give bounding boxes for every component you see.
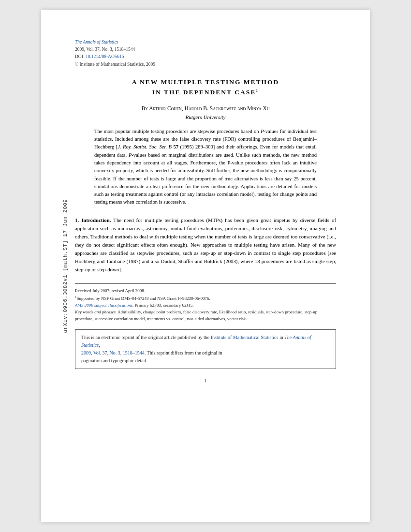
footnote1-line: 1Supported by NSF Grant DMS-04-57248 and… <box>75 295 336 302</box>
main-body: 1. Introduction. The need for multiple t… <box>75 216 336 274</box>
year-vol: 2009, Vol. 37, No. 3, 1518–1544 <box>75 46 336 53</box>
header-meta: The Annals of Statistics 2009, Vol. 37, … <box>75 39 336 68</box>
reprint-box: This is an electronic reprint of the ori… <box>75 329 336 369</box>
ams-line: AMS 2000 subject classifications. Primar… <box>75 302 336 309</box>
reprint-line3: pagination and typographic detail. <box>81 358 147 363</box>
section1-text: The need for multiple testing procedures… <box>75 217 336 272</box>
paper-title: A NEW MULTIPLE TESTING METHODIN THE DEPE… <box>75 77 336 98</box>
doi: DOI: 10.1214/08-AOS616 <box>75 53 336 60</box>
page-number: 1 <box>75 378 336 383</box>
page: arXiv:0906.3082v1 [math.ST] 17 Jun 2009 … <box>41 10 370 522</box>
reprint-period: . This reprint differs from the original… <box>145 350 222 355</box>
abstract: The most popular multiple testing proced… <box>94 128 317 207</box>
footnotes-section: Received July 2007; revised April 2008. … <box>75 283 336 323</box>
journal-link[interactable]: The Annals of Statistics <box>75 40 118 44</box>
citation-link[interactable]: 2009, Vol. 37, No. 3, 1518–1544 <box>81 350 145 355</box>
affiliation: Rutgers University <box>75 114 336 120</box>
section1-label: 1. Introduction. <box>75 217 111 223</box>
keywords-label: Key words and phrases. <box>75 310 117 314</box>
authors: By Arthur Cohen, Harold B. Sackrowitz an… <box>75 105 336 111</box>
abstract-text: The most popular multiple testing proced… <box>94 129 317 205</box>
reprint-preposition: in <box>279 335 284 340</box>
ams-link[interactable]: AMS 2000 subject classifications. <box>75 303 134 308</box>
copyright: © Institute of Mathematical Statistics, … <box>75 61 336 68</box>
reprint-line1: This is an electronic reprint of the ori… <box>81 335 209 340</box>
received-line: Received July 2007; revised April 2008. <box>75 288 336 295</box>
arxiv-label: arXiv:0906.3082v1 [math.ST] 17 Jun 2009 <box>62 199 68 333</box>
section1-paragraph: 1. Introduction. The need for multiple t… <box>75 216 336 274</box>
reprint-comma: , <box>99 342 100 348</box>
title-section: A NEW MULTIPLE TESTING METHODIN THE DEPE… <box>75 77 336 98</box>
keywords-line: Key words and phrases. Admissibility, ch… <box>75 309 336 323</box>
doi-link[interactable]: 10.1214/08-AOS616 <box>86 54 124 59</box>
institute-link[interactable]: Institute of Mathematical Statistics <box>211 335 279 340</box>
journal-name-italic: The Annals of Statistics <box>75 39 336 46</box>
